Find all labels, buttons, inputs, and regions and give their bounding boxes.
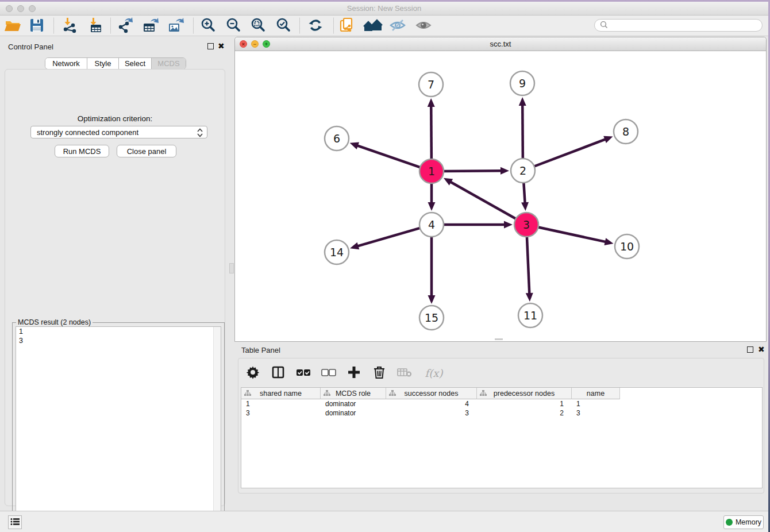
- function-builder-button[interactable]: f(x): [421, 364, 446, 381]
- column-header-predecessor-nodes[interactable]: predecessor nodes: [477, 388, 572, 399]
- column-header-successor-nodes[interactable]: successor nodes: [386, 388, 477, 399]
- save-session-button[interactable]: [26, 17, 47, 35]
- graph-edge-arrowhead: [350, 242, 359, 249]
- graph-edge[interactable]: [442, 171, 502, 171]
- network-window-titlebar[interactable]: × − + scc.txt: [235, 37, 766, 51]
- graph-edge[interactable]: [357, 145, 421, 168]
- tab-mcds[interactable]: MCDS: [152, 58, 186, 69]
- delete-column-button[interactable]: [371, 364, 388, 381]
- export-image-button[interactable]: [165, 17, 186, 35]
- eye-slash-button[interactable]: [387, 17, 408, 35]
- refresh-button[interactable]: [305, 17, 326, 35]
- table-row[interactable]: 1 dominator 4 1 1: [241, 399, 762, 408]
- float-panel-icon[interactable]: [207, 43, 214, 49]
- column-header-name[interactable]: name: [572, 388, 620, 399]
- zoom-out-button[interactable]: [223, 17, 244, 35]
- search-input[interactable]: [594, 19, 763, 32]
- table-row[interactable]: 3 dominator 3 2 3: [241, 408, 762, 418]
- graph-edge[interactable]: [522, 105, 523, 160]
- window-title: Session: New Session: [0, 4, 768, 13]
- delete-table-icon: [397, 367, 412, 380]
- home-button[interactable]: [363, 17, 383, 35]
- delete-table-button[interactable]: [396, 364, 413, 381]
- tab-style[interactable]: Style: [87, 58, 119, 69]
- graph-edge-arrowhead: [504, 221, 513, 229]
- zoom-selected-button[interactable]: [273, 17, 294, 35]
- control-panel-title: Control Panel: [8, 43, 53, 51]
- table-options-button[interactable]: [244, 364, 261, 381]
- unselect-all-columns-button[interactable]: [320, 364, 337, 381]
- scrollbar-track[interactable]: [213, 327, 221, 532]
- task-history-button[interactable]: [8, 515, 22, 529]
- hierarchy-icon: [480, 390, 487, 398]
- graph-edge-arrowhead: [428, 202, 436, 211]
- graph-node-label: 15: [425, 311, 438, 324]
- import-network-icon: [61, 17, 78, 36]
- graph-edge[interactable]: [533, 139, 606, 167]
- home-icon: [363, 17, 383, 36]
- memory-button[interactable]: Memory: [723, 515, 764, 529]
- float-panel-icon[interactable]: [747, 346, 753, 353]
- zoom-selected-icon: [275, 17, 292, 36]
- graph-edge-arrowhead: [428, 98, 435, 107]
- search-icon: [599, 20, 609, 31]
- export-network-icon: [117, 17, 134, 36]
- network-from-selection-button[interactable]: [337, 17, 357, 35]
- network-canvas[interactable]: 7968124314101511: [235, 51, 766, 341]
- import-table-button[interactable]: [85, 17, 106, 35]
- hierarchy-icon: [244, 390, 251, 398]
- zoom-fit-icon: [249, 17, 267, 36]
- memory-status-dot: [726, 519, 733, 526]
- unchecked-boxes-icon: [321, 367, 336, 380]
- trash-icon: [373, 365, 386, 381]
- create-column-button[interactable]: [345, 364, 363, 381]
- mcds-result-area[interactable]: 1 3: [16, 326, 221, 532]
- column-header-mcds-role[interactable]: MCDS role: [321, 388, 386, 399]
- graph-edge[interactable]: [431, 106, 432, 160]
- network-window-title: scc.txt: [235, 40, 766, 48]
- table-header-row: shared name MCDS role successor nodes pr…: [241, 388, 762, 399]
- run-mcds-button[interactable]: Run MCDS: [55, 145, 109, 157]
- node-table[interactable]: shared name MCDS role successor nodes pr…: [241, 387, 763, 488]
- graph-edge-arrowhead: [521, 202, 529, 211]
- select-all-columns-button[interactable]: [295, 364, 312, 381]
- panel-splitter-handle[interactable]: [229, 263, 234, 273]
- graph-edge[interactable]: [357, 228, 421, 246]
- column-header-shared-name[interactable]: shared name: [241, 388, 321, 399]
- close-panel-icon[interactable]: ✖: [218, 43, 225, 49]
- import-network-button[interactable]: [59, 17, 80, 35]
- list-icon: [10, 518, 20, 527]
- graph-node-label: 8: [622, 125, 629, 138]
- graph-node-label: 3: [523, 218, 530, 231]
- graph-edge[interactable]: [537, 227, 606, 242]
- graph-edge-arrowhead: [350, 142, 359, 149]
- criterion-select[interactable]: strongly connected component: [30, 126, 207, 138]
- add-icon: [348, 366, 360, 380]
- open-session-button[interactable]: [2, 17, 23, 35]
- export-table-button[interactable]: [140, 17, 161, 35]
- graph-edge[interactable]: [527, 236, 530, 294]
- criterion-value: strongly connected component: [37, 128, 138, 137]
- zoom-fit-button[interactable]: [248, 17, 268, 35]
- eye-button[interactable]: [413, 17, 434, 35]
- export-image-icon: [167, 17, 184, 36]
- zoom-in-button[interactable]: [198, 17, 218, 35]
- graph-edge[interactable]: [450, 182, 517, 219]
- scrollbar-nub[interactable]: [495, 338, 503, 340]
- import-table-icon: [87, 17, 104, 36]
- graph-edge[interactable]: [523, 182, 525, 203]
- app-window: Session: New Session: [0, 2, 768, 532]
- close-panel-button[interactable]: Close panel: [117, 145, 176, 157]
- export-network-button[interactable]: [115, 17, 136, 35]
- graph-node-label: 1: [428, 165, 435, 178]
- network-from-selection-icon: [338, 16, 356, 36]
- close-panel-icon[interactable]: ✖: [758, 346, 765, 353]
- table-toolbar: f(x): [244, 362, 446, 384]
- tab-select[interactable]: Select: [119, 58, 152, 69]
- tab-network[interactable]: Network: [45, 58, 87, 69]
- graph-node-label: 9: [519, 77, 526, 90]
- mcds-result-title: MCDS result (2 nodes): [16, 318, 93, 326]
- save-icon: [28, 17, 45, 36]
- network-graph: 7968124314101511: [235, 51, 766, 341]
- show-columns-button[interactable]: [270, 364, 287, 381]
